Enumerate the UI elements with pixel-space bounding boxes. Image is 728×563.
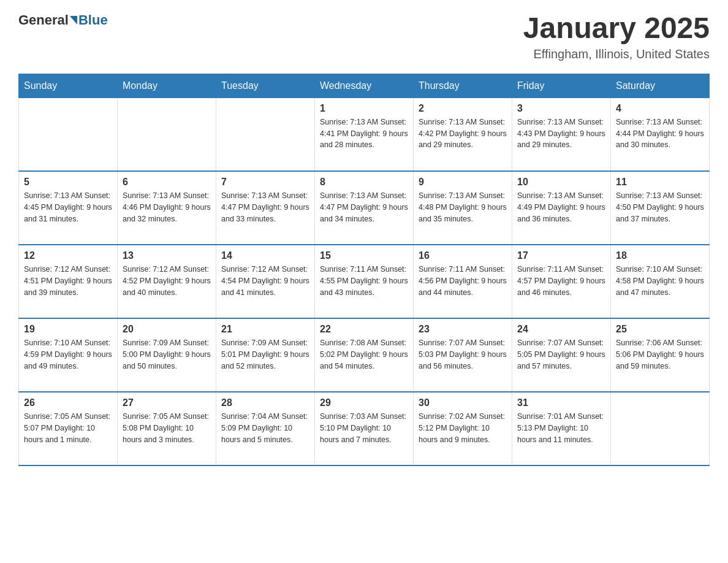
day-info: Sunrise: 7:11 AM Sunset: 4:55 PM Dayligh… xyxy=(320,264,408,298)
day-info: Sunrise: 7:10 AM Sunset: 4:58 PM Dayligh… xyxy=(616,264,704,298)
calendar-cell: 15Sunrise: 7:11 AM Sunset: 4:55 PM Dayli… xyxy=(315,245,414,318)
calendar-cell: 1Sunrise: 7:13 AM Sunset: 4:41 PM Daylig… xyxy=(315,98,414,171)
day-info: Sunrise: 7:11 AM Sunset: 4:57 PM Dayligh… xyxy=(517,264,605,298)
calendar-header-sunday: Sunday xyxy=(19,74,118,98)
day-info: Sunrise: 7:02 AM Sunset: 5:12 PM Dayligh… xyxy=(419,411,507,445)
calendar-cell: 11Sunrise: 7:13 AM Sunset: 4:50 PM Dayli… xyxy=(611,171,710,245)
calendar-cell: 12Sunrise: 7:12 AM Sunset: 4:51 PM Dayli… xyxy=(19,245,118,318)
calendar-cell: 21Sunrise: 7:09 AM Sunset: 5:01 PM Dayli… xyxy=(216,318,315,392)
day-info: Sunrise: 7:13 AM Sunset: 4:41 PM Dayligh… xyxy=(320,117,408,151)
calendar-cell: 8Sunrise: 7:13 AM Sunset: 4:47 PM Daylig… xyxy=(315,171,414,245)
day-number: 23 xyxy=(419,324,507,335)
day-number: 29 xyxy=(320,397,408,408)
day-info: Sunrise: 7:12 AM Sunset: 4:54 PM Dayligh… xyxy=(221,264,309,298)
calendar-header-thursday: Thursday xyxy=(414,74,512,98)
page-header: General Blue January 2025 Effingham, Ill… xyxy=(18,12,710,61)
calendar-cell: 28Sunrise: 7:04 AM Sunset: 5:09 PM Dayli… xyxy=(216,392,315,465)
calendar-cell: 13Sunrise: 7:12 AM Sunset: 4:52 PM Dayli… xyxy=(118,245,216,318)
calendar-cell: 31Sunrise: 7:01 AM Sunset: 5:13 PM Dayli… xyxy=(512,392,611,465)
calendar-cell: 2Sunrise: 7:13 AM Sunset: 4:42 PM Daylig… xyxy=(414,98,512,171)
day-info: Sunrise: 7:09 AM Sunset: 5:00 PM Dayligh… xyxy=(123,337,211,372)
calendar-cell xyxy=(118,98,216,171)
day-number: 16 xyxy=(419,250,507,261)
calendar-cell: 3Sunrise: 7:13 AM Sunset: 4:43 PM Daylig… xyxy=(512,98,611,171)
calendar-cell: 9Sunrise: 7:13 AM Sunset: 4:48 PM Daylig… xyxy=(414,171,512,245)
day-info: Sunrise: 7:13 AM Sunset: 4:47 PM Dayligh… xyxy=(221,190,309,224)
day-number: 19 xyxy=(24,324,112,335)
day-number: 20 xyxy=(123,324,211,335)
day-info: Sunrise: 7:04 AM Sunset: 5:09 PM Dayligh… xyxy=(221,411,309,445)
day-number: 5 xyxy=(24,177,112,188)
calendar-header-wednesday: Wednesday xyxy=(315,74,414,98)
day-number: 17 xyxy=(517,250,605,261)
day-number: 25 xyxy=(616,324,704,335)
day-number: 21 xyxy=(221,324,309,335)
day-number: 14 xyxy=(221,250,309,261)
day-info: Sunrise: 7:05 AM Sunset: 5:07 PM Dayligh… xyxy=(24,411,112,445)
day-number: 24 xyxy=(517,324,605,335)
calendar-cell: 16Sunrise: 7:11 AM Sunset: 4:56 PM Dayli… xyxy=(414,245,512,318)
day-info: Sunrise: 7:13 AM Sunset: 4:42 PM Dayligh… xyxy=(419,117,507,151)
day-info: Sunrise: 7:08 AM Sunset: 5:02 PM Dayligh… xyxy=(320,337,408,372)
day-info: Sunrise: 7:12 AM Sunset: 4:52 PM Dayligh… xyxy=(123,264,211,298)
day-number: 4 xyxy=(616,103,704,114)
calendar-cell: 27Sunrise: 7:05 AM Sunset: 5:08 PM Dayli… xyxy=(118,392,216,465)
calendar-cell xyxy=(611,392,710,465)
calendar-cell: 25Sunrise: 7:06 AM Sunset: 5:06 PM Dayli… xyxy=(611,318,710,392)
calendar-cell: 24Sunrise: 7:07 AM Sunset: 5:05 PM Dayli… xyxy=(512,318,611,392)
calendar-week-row: 5Sunrise: 7:13 AM Sunset: 4:45 PM Daylig… xyxy=(19,171,710,245)
day-number: 22 xyxy=(320,324,408,335)
day-info: Sunrise: 7:05 AM Sunset: 5:08 PM Dayligh… xyxy=(123,411,211,445)
logo-blue-text: Blue xyxy=(78,12,108,28)
day-number: 11 xyxy=(616,177,704,188)
calendar-cell: 6Sunrise: 7:13 AM Sunset: 4:46 PM Daylig… xyxy=(118,171,216,245)
day-info: Sunrise: 7:13 AM Sunset: 4:49 PM Dayligh… xyxy=(517,190,605,224)
day-info: Sunrise: 7:13 AM Sunset: 4:43 PM Dayligh… xyxy=(517,117,605,151)
day-info: Sunrise: 7:13 AM Sunset: 4:48 PM Dayligh… xyxy=(419,190,507,224)
day-info: Sunrise: 7:03 AM Sunset: 5:10 PM Dayligh… xyxy=(320,411,408,445)
day-info: Sunrise: 7:13 AM Sunset: 4:44 PM Dayligh… xyxy=(616,117,704,151)
calendar-cell: 23Sunrise: 7:07 AM Sunset: 5:03 PM Dayli… xyxy=(414,318,512,392)
calendar-header-row: SundayMondayTuesdayWednesdayThursdayFrid… xyxy=(19,74,710,98)
calendar-cell: 5Sunrise: 7:13 AM Sunset: 4:45 PM Daylig… xyxy=(19,171,118,245)
day-info: Sunrise: 7:06 AM Sunset: 5:06 PM Dayligh… xyxy=(616,337,704,372)
calendar-header-saturday: Saturday xyxy=(611,74,710,98)
day-number: 12 xyxy=(24,250,112,261)
day-info: Sunrise: 7:12 AM Sunset: 4:51 PM Dayligh… xyxy=(24,264,112,298)
logo: General Blue xyxy=(18,12,108,28)
day-number: 31 xyxy=(517,397,605,408)
day-info: Sunrise: 7:13 AM Sunset: 4:45 PM Dayligh… xyxy=(24,190,112,224)
calendar-cell: 10Sunrise: 7:13 AM Sunset: 4:49 PM Dayli… xyxy=(512,171,611,245)
calendar-cell: 20Sunrise: 7:09 AM Sunset: 5:00 PM Dayli… xyxy=(118,318,216,392)
logo-general-text: General xyxy=(18,12,69,28)
calendar-cell: 18Sunrise: 7:10 AM Sunset: 4:58 PM Dayli… xyxy=(611,245,710,318)
day-number: 8 xyxy=(320,177,408,188)
day-number: 15 xyxy=(320,250,408,261)
day-info: Sunrise: 7:01 AM Sunset: 5:13 PM Dayligh… xyxy=(517,411,605,445)
calendar-cell: 22Sunrise: 7:08 AM Sunset: 5:02 PM Dayli… xyxy=(315,318,414,392)
calendar-week-row: 19Sunrise: 7:10 AM Sunset: 4:59 PM Dayli… xyxy=(19,318,710,392)
day-info: Sunrise: 7:13 AM Sunset: 4:47 PM Dayligh… xyxy=(320,190,408,224)
calendar-table: SundayMondayTuesdayWednesdayThursdayFrid… xyxy=(18,74,710,467)
day-info: Sunrise: 7:13 AM Sunset: 4:46 PM Dayligh… xyxy=(123,190,211,224)
day-number: 3 xyxy=(517,103,605,114)
calendar-cell: 29Sunrise: 7:03 AM Sunset: 5:10 PM Dayli… xyxy=(315,392,414,465)
calendar-header-monday: Monday xyxy=(118,74,216,98)
day-info: Sunrise: 7:07 AM Sunset: 5:05 PM Dayligh… xyxy=(517,337,605,372)
calendar-cell: 7Sunrise: 7:13 AM Sunset: 4:47 PM Daylig… xyxy=(216,171,315,245)
day-info: Sunrise: 7:11 AM Sunset: 4:56 PM Dayligh… xyxy=(419,264,507,298)
calendar-cell: 14Sunrise: 7:12 AM Sunset: 4:54 PM Dayli… xyxy=(216,245,315,318)
day-info: Sunrise: 7:13 AM Sunset: 4:50 PM Dayligh… xyxy=(616,190,704,224)
calendar-cell xyxy=(19,98,118,171)
calendar-cell: 4Sunrise: 7:13 AM Sunset: 4:44 PM Daylig… xyxy=(611,98,710,171)
day-number: 26 xyxy=(24,397,112,408)
day-number: 13 xyxy=(123,250,211,261)
logo-arrow-icon xyxy=(70,16,77,25)
calendar-week-row: 26Sunrise: 7:05 AM Sunset: 5:07 PM Dayli… xyxy=(19,392,710,465)
calendar-week-row: 12Sunrise: 7:12 AM Sunset: 4:51 PM Dayli… xyxy=(19,245,710,318)
calendar-cell: 26Sunrise: 7:05 AM Sunset: 5:07 PM Dayli… xyxy=(19,392,118,465)
day-number: 1 xyxy=(320,103,408,114)
day-number: 7 xyxy=(221,177,309,188)
calendar-header-friday: Friday xyxy=(512,74,611,98)
calendar-cell: 30Sunrise: 7:02 AM Sunset: 5:12 PM Dayli… xyxy=(414,392,512,465)
